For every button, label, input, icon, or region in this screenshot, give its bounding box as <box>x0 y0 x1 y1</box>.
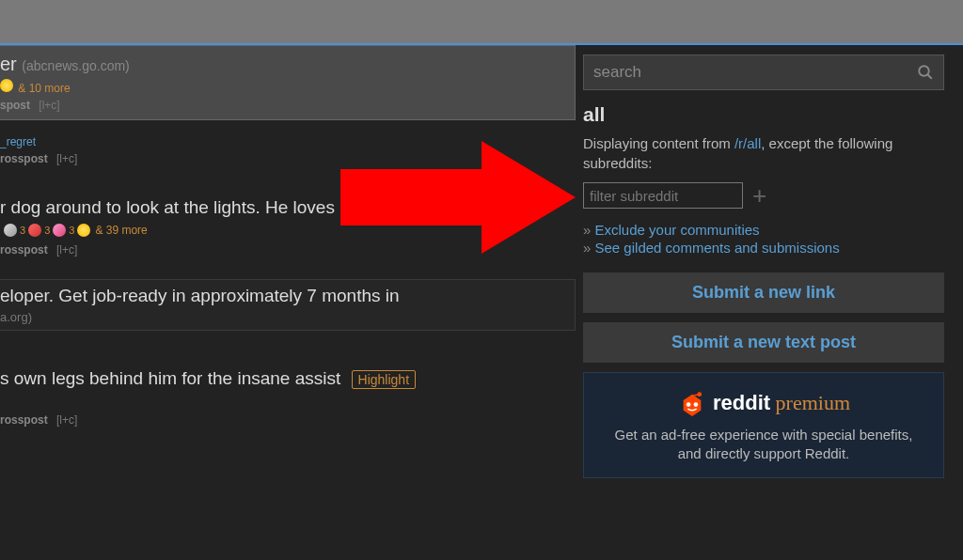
sidebar: all Displaying content from /r/all, exce… <box>576 45 963 560</box>
post-awards: 3 3 3 & 39 more <box>4 224 148 237</box>
premium-description: Get an ad-free experience with special b… <box>601 426 926 464</box>
post-item[interactable]: _regret rosspost [l+c] <box>0 128 576 171</box>
post-actions: rosspost [l+c] <box>0 243 568 257</box>
svg-line-1 <box>927 74 932 79</box>
post-actions: spost [l+c] <box>0 99 567 112</box>
award-icon <box>0 79 13 92</box>
search-icon[interactable] <box>917 64 934 81</box>
post-item[interactable]: eloper. Get job-ready in approximately 7… <box>0 279 576 331</box>
meta-link[interactable]: _regret <box>0 135 36 148</box>
award-icon <box>28 224 41 237</box>
svg-point-0 <box>919 66 929 76</box>
awards-more[interactable]: & 10 more <box>18 82 70 95</box>
awards-more[interactable]: & 39 more <box>95 224 147 237</box>
post-actions: rosspost [l+c] <box>0 152 568 165</box>
filter-subreddit-input[interactable] <box>583 182 743 209</box>
post-title: r dog around to look at the lights. He l… <box>0 197 568 218</box>
post-domain: (abcnews.go.com) <box>22 58 129 73</box>
premium-box: reddit premium Get an ad-free experience… <box>583 372 944 478</box>
svg-point-2 <box>687 402 691 407</box>
search-box[interactable] <box>583 54 944 90</box>
submit-link-button[interactable]: Submit a new link <box>583 272 944 313</box>
post-domain: a.org) <box>0 310 567 324</box>
post-list: er (abcnews.go.com) & 10 more spost [l+c… <box>0 45 576 560</box>
crosspost-link[interactable]: rosspost <box>0 413 48 427</box>
sidebar-description: Displaying content from /r/all, except t… <box>583 133 944 173</box>
post-awards: & 10 more <box>0 79 567 95</box>
post-domain: (i.redd.it) <box>358 202 406 216</box>
filter-row: + <box>583 182 944 209</box>
post-title: s own legs behind him for the insane ass… <box>0 368 568 389</box>
premium-title: reddit premium <box>713 391 850 415</box>
award-icon <box>53 224 66 237</box>
post-item[interactable]: r dog around to look at the lights. He l… <box>0 192 576 262</box>
exclude-communities-link[interactable]: Exclude your communities <box>583 222 944 238</box>
lc-link[interactable]: [l+c] <box>56 243 77 257</box>
search-input[interactable] <box>593 63 917 82</box>
gilded-link[interactable]: See gilded comments and submissions <box>583 240 944 256</box>
reddit-snoo-icon <box>677 390 707 416</box>
lc-link[interactable]: [l+c] <box>56 152 77 165</box>
post-item[interactable]: s own legs behind him for the insane ass… <box>0 363 576 432</box>
sidebar-links: Exclude your communities See gilded comm… <box>583 222 944 256</box>
crosspost-link[interactable]: rosspost <box>0 152 48 165</box>
post-meta: _regret <box>0 135 568 148</box>
post-actions: rosspost [l+c] <box>0 413 568 427</box>
top-bar <box>0 0 963 45</box>
award-icon <box>77 224 90 237</box>
post-title: eloper. Get job-ready in approximately 7… <box>0 286 567 306</box>
premium-logo: reddit premium <box>601 390 926 416</box>
svg-point-3 <box>694 402 699 407</box>
sidebar-heading: all <box>583 103 944 126</box>
crosspost-link[interactable]: spost <box>0 99 30 112</box>
r-all-link[interactable]: /r/all <box>734 135 761 151</box>
highlight-tag[interactable]: Highlight <box>352 370 416 389</box>
add-filter-button[interactable]: + <box>752 183 766 208</box>
lc-link[interactable]: [l+c] <box>56 413 77 427</box>
crosspost-link[interactable]: rosspost <box>0 243 48 257</box>
post-title: er (abcnews.go.com) <box>0 54 567 75</box>
submit-text-button[interactable]: Submit a new text post <box>583 322 944 363</box>
post-item[interactable]: er (abcnews.go.com) & 10 more spost [l+c… <box>0 45 576 120</box>
award-icon <box>4 224 17 237</box>
lc-link[interactable]: [l+c] <box>39 99 59 112</box>
